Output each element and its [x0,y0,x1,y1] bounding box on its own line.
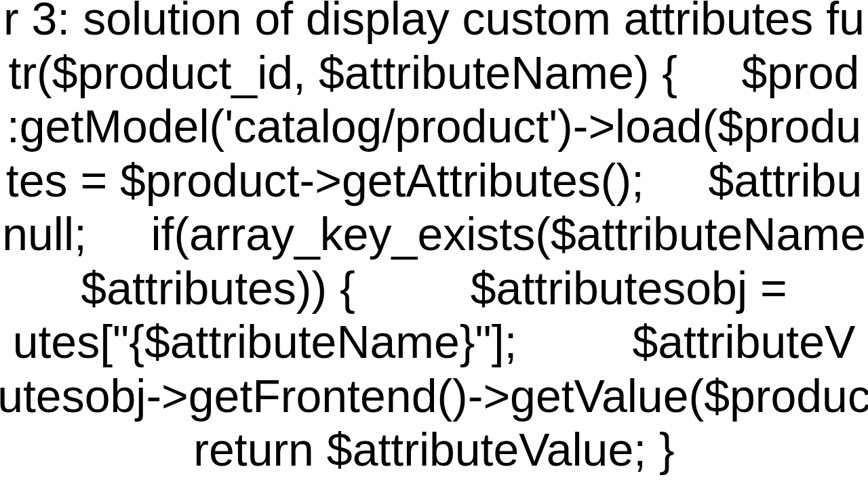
code-snippet-viewport: r 3: solution of display custom attribut… [0,0,868,488]
code-text: r 3: solution of display custom attribut… [0,0,868,477]
